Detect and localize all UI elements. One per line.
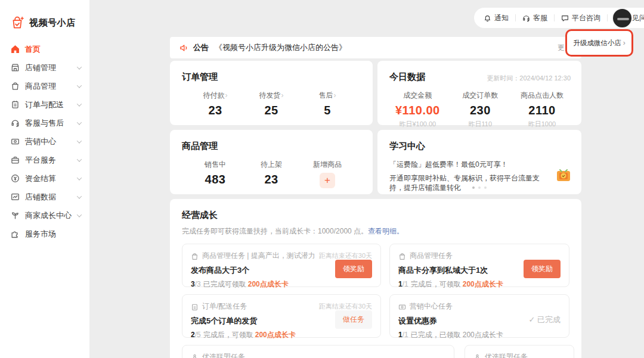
chevron-down-icon <box>77 194 82 198</box>
task-progress: 2/5完成后，可领取200点成长卡 <box>191 330 372 340</box>
stat-yesterday: 昨日110 <box>462 120 498 129</box>
sidebar-item-label: 首页 <box>25 44 41 55</box>
stat-yesterday: 昨日1000 <box>521 120 564 129</box>
sidebar-item-platform-services[interactable]: 平台服务 <box>11 154 81 166</box>
upgrade-to-wechat-shop-button[interactable]: 升级成微信小店 › <box>565 29 633 57</box>
sidebar-item-orders-delivery[interactable]: 订单与配送 <box>11 98 81 111</box>
learning-headline[interactable]: 「运费险」超低费率！最低0元可享！ <box>389 160 569 170</box>
chevron-down-icon <box>77 120 82 124</box>
sidebar-item-service-market[interactable]: 服务市场 <box>11 228 81 240</box>
chevron-down-icon <box>77 83 82 88</box>
today-data-card: 今日数据 更新时间：2024/04/12 12:30 成交金额 ¥110.00 … <box>377 61 581 125</box>
sidebar-item-product-management[interactable]: 商品管理 <box>11 80 81 92</box>
home-icon <box>11 45 20 54</box>
card-title: 商品管理 <box>182 141 361 152</box>
announcement-bar: 公告 《视频号小店升级为微信小店的公告》 更多 <box>170 37 581 58</box>
headset-icon <box>11 119 20 127</box>
notifications-label: 通知 <box>494 13 509 23</box>
task-category: 商品管理任务 | 提高产出，测试潜力 <box>202 251 315 261</box>
bag-icon <box>191 252 199 260</box>
do-task-button[interactable]: 做任务 <box>335 310 372 329</box>
clipboard-icon <box>191 303 199 310</box>
business-growth-card: 经营成长 完成任务即可获得流量扶持，当前成长卡：1000/2000 点。查看明细… <box>170 199 581 358</box>
notifications-button[interactable]: 通知 <box>484 13 509 23</box>
divider <box>515 14 516 21</box>
stat-value: 230 <box>462 104 498 117</box>
task-card-share-product-card: 商品管理任务 商品卡分享到私域大于1次 1/1完成后，可领取200点成长卡 领奖… <box>389 244 569 287</box>
app-window: 视频号小店 首页 店铺管理 商品管理 <box>0 0 644 358</box>
clipboard-icon <box>11 100 20 109</box>
task-card-alliance-products: 优选联盟任务 设置5个联盟商品共计佣金 领奖励 <box>182 345 454 358</box>
add-product-button[interactable]: + <box>320 173 335 188</box>
chevron-down-icon <box>77 101 82 106</box>
carousel-dot[interactable] <box>484 186 487 189</box>
task-category: 营销中心任务 <box>410 301 453 312</box>
sidebar-item-shop-management[interactable]: 店铺管理 <box>11 61 81 74</box>
alliance-network-icon <box>473 353 481 358</box>
briefcase-icon <box>11 155 20 164</box>
sidebar-item-marketing-center[interactable]: 营销中心 <box>11 135 81 148</box>
check-icon: ✓ <box>528 315 535 324</box>
chevron-down-icon <box>77 212 82 217</box>
task-card-set-coupon: 营销中心任务 设置优惠券 1/1已完成，已领取200点成长卡 ✓ 已完成 <box>389 294 569 338</box>
carousel-dot[interactable] <box>472 186 475 189</box>
task-bottom-row: 优选联盟任务 设置5个联盟商品共计佣金 领奖励 优选联盟任务 带动联盟达人带货5… <box>182 345 569 358</box>
task-completed-status: ✓ 已完成 <box>528 315 561 325</box>
announcement-title[interactable]: 《视频号小店升级为微信小店的公告》 <box>215 42 346 53</box>
view-detail-link[interactable]: 查看明细。 <box>368 227 404 235</box>
task-category: 订单/配送任务 <box>202 301 247 312</box>
app-title: 视频号小店 <box>29 17 76 29</box>
task-card-ship-orders: 订单/配送任务 距离结束还有30天 完成5个订单的发货 2/5完成后，可领取20… <box>182 294 381 338</box>
product-management-card: 商品管理 销售中 483 待上架 23 新增商品 + <box>170 130 373 194</box>
stat-product-clicks: 商品点击人数 2110 昨日1000 <box>521 91 564 129</box>
chevron-right-icon: › <box>225 91 228 99</box>
stat-value: 483 <box>199 173 232 186</box>
platform-consult-button[interactable]: 平台咨询 <box>561 13 600 23</box>
divider <box>607 14 608 21</box>
headset-icon <box>522 14 530 22</box>
bag-icon <box>398 252 406 260</box>
customer-service-label: 客服 <box>533 13 547 23</box>
sidebar-item-label: 营销中心 <box>25 136 56 147</box>
stat-to-be-listed[interactable]: 待上架 23 <box>255 160 288 188</box>
sidebar-item-label: 商家成长中心 <box>25 210 72 221</box>
sidebar-item-label: 资金结算 <box>25 173 56 184</box>
bag-icon <box>11 82 20 91</box>
stat-on-sale[interactable]: 销售中 483 <box>199 160 232 188</box>
card-title: 经营成长 <box>182 210 569 221</box>
learning-description[interactable]: 开通即享限时补贴、专属标识，获得平台流量支持，提升店铺流量转化 <box>389 173 549 192</box>
stat-gmv: 成交金额 ¥110.00 昨日¥100.00 <box>395 91 440 129</box>
sidebar-item-label: 订单与配送 <box>25 99 64 110</box>
bell-icon <box>484 14 491 22</box>
customer-service-button[interactable]: 客服 <box>522 13 547 23</box>
chevron-down-icon <box>77 157 82 161</box>
sidebar-item-merchant-growth-center[interactable]: 商家成长中心 <box>11 209 81 222</box>
coupon-icon <box>11 137 20 146</box>
carousel-dot[interactable] <box>478 186 481 189</box>
alliance-network-icon <box>191 353 199 358</box>
sidebar-item-label: 服务市场 <box>25 229 56 239</box>
stat-pending-shipment[interactable]: 待发货› 25 <box>255 91 288 117</box>
claim-reward-button[interactable]: 领奖励 <box>335 260 372 278</box>
chat-bubble-icon <box>561 14 569 22</box>
stat-value: 23 <box>199 104 232 117</box>
sidebar-item-funds-settlement[interactable]: 资金结算 <box>11 172 81 185</box>
task-category: 商品管理任务 <box>410 251 453 261</box>
card-title: 学习中心 <box>389 141 569 152</box>
avatar[interactable] <box>612 8 633 29</box>
sidebar-item-home[interactable]: 首页 <box>11 43 81 55</box>
stat-yesterday: 昨日¥100.00 <box>395 120 440 129</box>
chevron-right-icon: › <box>334 91 336 99</box>
sidebar-menu: 首页 店铺管理 商品管理 订单与配送 <box>0 43 89 240</box>
sidebar-item-customer-service[interactable]: 客服与售后 <box>11 117 81 129</box>
carousel-dots <box>377 186 581 189</box>
claim-reward-button[interactable]: 领奖励 <box>524 260 561 278</box>
chevron-right-icon: › <box>623 39 626 47</box>
divider <box>554 14 555 21</box>
order-management-card: 订单管理 待付款› 23 待发货› 25 售后› 5 <box>170 61 373 125</box>
task-card-publish-products: 商品管理任务 | 提高产出，测试潜力 距离结束还有30天 发布商品大于3个 3/… <box>182 244 381 287</box>
stat-after-sales[interactable]: 售后› 5 <box>311 91 344 117</box>
stat-pending-payment[interactable]: 待付款› 23 <box>199 91 232 117</box>
sidebar-item-shop-data[interactable]: 店铺数据 <box>11 191 81 203</box>
coin-icon <box>11 174 20 183</box>
